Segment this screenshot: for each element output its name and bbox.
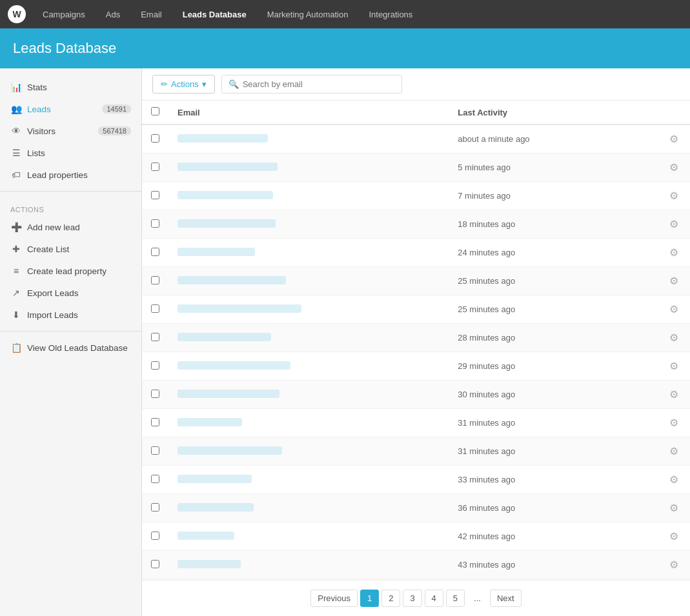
sidebar-action-add-new-lead[interactable]: ➕ Add new lead <box>0 216 141 238</box>
sidebar-item-stats[interactable]: 📊 Stats <box>0 76 141 98</box>
sidebar-action-export-leads[interactable]: ↗ Export Leads <box>0 282 141 304</box>
row-actions-cell[interactable]: ⚙ <box>626 522 690 551</box>
prev-button[interactable]: Previous <box>310 590 358 607</box>
row-checkbox-8[interactable] <box>151 361 159 370</box>
row-gear-button[interactable]: ⚙ <box>667 472 681 487</box>
row-checkbox-cell[interactable] <box>142 267 168 295</box>
row-gear-button[interactable]: ⚙ <box>667 529 681 544</box>
row-checkbox-cell[interactable] <box>142 466 168 494</box>
row-gear-button[interactable]: ⚙ <box>667 245 681 260</box>
row-checkbox-cell[interactable] <box>142 210 168 239</box>
row-actions-cell[interactable]: ⚙ <box>626 210 690 239</box>
row-actions-cell[interactable]: ⚙ <box>626 494 690 522</box>
row-gear-button[interactable]: ⚙ <box>667 415 681 430</box>
row-checkbox-14[interactable] <box>151 532 159 540</box>
row-checkbox-cell[interactable] <box>142 182 168 210</box>
row-actions-cell[interactable]: ⚙ <box>626 352 690 381</box>
row-actions-cell[interactable]: ⚙ <box>626 324 690 352</box>
sidebar-action-create-list[interactable]: ✚ Create List <box>0 238 141 260</box>
select-all-checkbox[interactable] <box>151 107 159 115</box>
row-actions-cell[interactable]: ⚙ <box>626 409 690 437</box>
sidebar-action-create-lead-property[interactable]: ≡ Create lead property <box>0 260 141 282</box>
sidebar-item-visitors[interactable]: 👁 Visitors 567418 <box>0 120 141 142</box>
row-checkbox-cell[interactable] <box>142 124 168 154</box>
page-3-button[interactable]: 3 <box>403 590 421 607</box>
row-checkbox-13[interactable] <box>151 503 159 512</box>
row-checkbox-cell[interactable] <box>142 522 168 551</box>
select-all-header[interactable] <box>142 101 168 124</box>
row-actions-cell[interactable]: ⚙ <box>626 551 690 579</box>
table-row: 7 minutes ago ⚙ <box>142 182 690 210</box>
row-gear-button[interactable]: ⚙ <box>667 188 681 203</box>
row-checkbox-0[interactable] <box>151 134 159 143</box>
row-gear-button[interactable]: ⚙ <box>667 217 681 232</box>
row-checkbox-cell[interactable] <box>142 239 168 267</box>
row-checkbox-cell[interactable] <box>142 324 168 352</box>
last-activity-cell: 43 minutes ago <box>449 551 626 579</box>
sidebar-item-lists[interactable]: ☰ Lists <box>0 142 141 164</box>
row-checkbox-12[interactable] <box>151 475 159 483</box>
row-actions-cell[interactable]: ⚙ <box>626 381 690 409</box>
row-checkbox-cell[interactable] <box>142 381 168 409</box>
next-button[interactable]: Next <box>490 590 522 607</box>
row-checkbox-15[interactable] <box>151 560 159 568</box>
row-checkbox-cell[interactable] <box>142 352 168 381</box>
row-gear-button[interactable]: ⚙ <box>667 501 681 515</box>
page-5-button[interactable]: 5 <box>446 590 465 607</box>
row-actions-cell[interactable]: ⚙ <box>626 466 690 494</box>
row-actions-cell[interactable]: ⚙ <box>626 267 690 295</box>
sidebar-item-leads[interactable]: 👥 Leads 14591 <box>0 98 141 120</box>
row-gear-button[interactable]: ⚙ <box>667 359 681 373</box>
actions-button[interactable]: ✏ Actions ▾ <box>152 75 215 94</box>
row-checkbox-2[interactable] <box>151 191 159 199</box>
row-checkbox-10[interactable] <box>151 418 159 426</box>
row-gear-button[interactable]: ⚙ <box>667 444 681 459</box>
row-gear-button[interactable]: ⚙ <box>667 330 681 345</box>
sidebar-action-import-leads[interactable]: ⬇ Import Leads <box>0 304 141 326</box>
page-2-button[interactable]: 2 <box>381 590 400 607</box>
nav-email[interactable]: Email <box>137 7 166 22</box>
nav-marketing-automation[interactable]: Marketing Automation <box>263 7 352 22</box>
row-gear-button[interactable]: ⚙ <box>667 557 681 572</box>
nav-integrations[interactable]: Integrations <box>365 7 416 22</box>
row-checkbox-6[interactable] <box>151 304 159 313</box>
create-list-icon: ✚ <box>10 244 22 254</box>
row-actions-cell[interactable]: ⚙ <box>626 437 690 466</box>
row-gear-button[interactable]: ⚙ <box>667 387 681 402</box>
sidebar-view-old-leads-db[interactable]: 📋 View Old Leads Database <box>0 337 141 359</box>
search-input[interactable] <box>243 79 395 89</box>
last-activity-cell: 28 minutes ago <box>449 324 626 352</box>
main-content: ✏ Actions ▾ 🔍 Email Last Activity <box>142 68 690 616</box>
row-checkbox-5[interactable] <box>151 276 159 284</box>
nav-campaigns[interactable]: Campaigns <box>39 7 89 22</box>
row-checkbox-4[interactable] <box>151 248 159 256</box>
row-actions-cell[interactable]: ⚙ <box>626 182 690 210</box>
row-checkbox-cell[interactable] <box>142 437 168 466</box>
row-gear-button[interactable]: ⚙ <box>667 273 681 288</box>
row-gear-button[interactable]: ⚙ <box>667 160 681 175</box>
row-checkbox-cell[interactable] <box>142 295 168 324</box>
row-checkbox-7[interactable] <box>151 333 159 341</box>
row-actions-cell[interactable]: ⚙ <box>626 154 690 182</box>
row-actions-cell[interactable]: ⚙ <box>626 295 690 324</box>
sidebar-item-lead-properties[interactable]: 🏷 Lead properties <box>0 164 141 186</box>
page-1-button[interactable]: 1 <box>360 590 379 607</box>
row-checkbox-cell[interactable] <box>142 409 168 437</box>
row-gear-button[interactable]: ⚙ <box>667 302 681 317</box>
nav-leads-database[interactable]: Leads Database <box>179 7 250 22</box>
row-checkbox-cell[interactable] <box>142 494 168 522</box>
row-checkbox-11[interactable] <box>151 446 159 455</box>
row-checkbox-9[interactable] <box>151 390 159 398</box>
row-actions-cell[interactable]: ⚙ <box>626 239 690 267</box>
row-checkbox-cell[interactable] <box>142 154 168 182</box>
email-cell <box>168 437 449 466</box>
row-actions-cell[interactable]: ⚙ <box>626 124 690 154</box>
page-4-button[interactable]: 4 <box>425 590 443 607</box>
row-checkbox-cell[interactable] <box>142 551 168 579</box>
nav-ads[interactable]: Ads <box>102 7 124 22</box>
row-gear-button[interactable]: ⚙ <box>667 132 681 146</box>
row-checkbox-1[interactable] <box>151 163 159 171</box>
row-checkbox-3[interactable] <box>151 219 159 228</box>
email-blurred <box>178 446 282 455</box>
table-row: 31 minutes ago ⚙ <box>142 437 690 466</box>
